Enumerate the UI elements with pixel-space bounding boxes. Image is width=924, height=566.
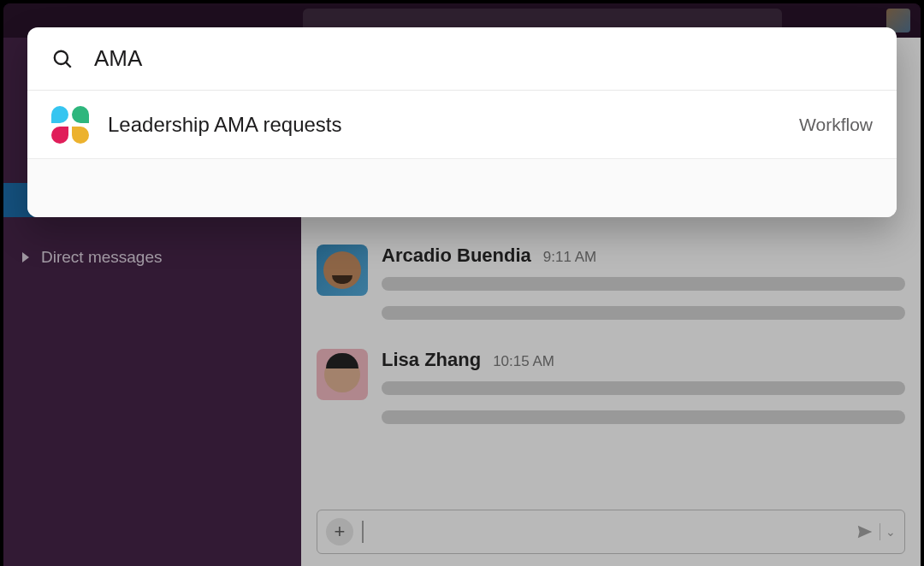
search-result[interactable]: Leadership AMA requests Workflow: [27, 91, 897, 159]
search-result-type: Workflow: [799, 115, 873, 135]
search-result-title: Leadership AMA requests: [108, 113, 342, 137]
workflow-icon: [51, 106, 89, 144]
search-icon: [51, 48, 74, 70]
search-popover: Leadership AMA requests Workflow: [27, 27, 897, 217]
svg-line-1: [66, 62, 71, 67]
search-input[interactable]: [94, 45, 873, 72]
svg-point-0: [55, 50, 68, 63]
search-popover-footer: [27, 159, 897, 217]
search-input-row: [27, 27, 897, 91]
app-frame: Direct messages Arcadio Buendia 9:11 AM: [3, 3, 921, 566]
